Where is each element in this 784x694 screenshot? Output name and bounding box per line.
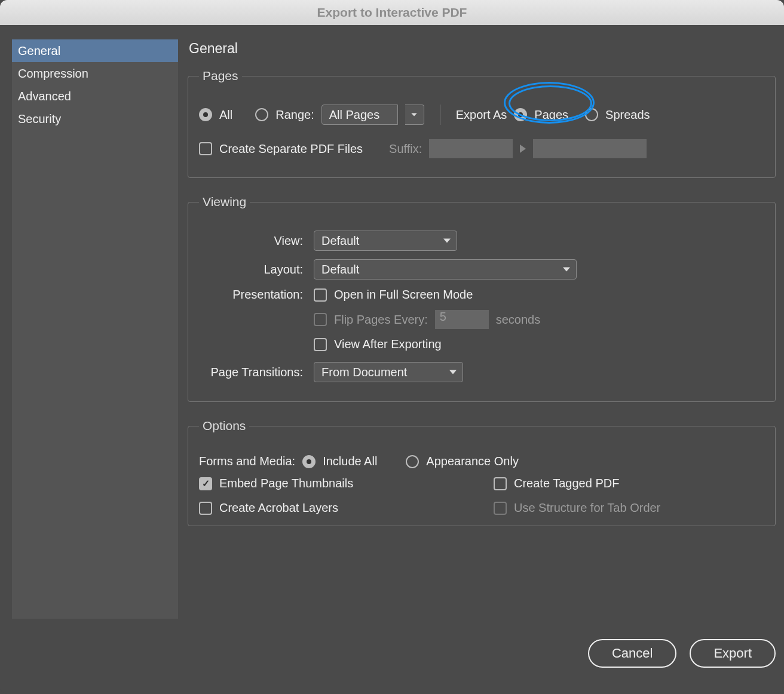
forms-media-label: Forms and Media:: [199, 455, 295, 468]
structure-tab-order-label: Use Structure for Tab Order: [514, 501, 660, 515]
flip-pages-checkbox[interactable]: [314, 313, 327, 326]
presentation-label: Presentation:: [199, 288, 307, 302]
divider: [440, 105, 440, 125]
sidebar-item-general[interactable]: General: [12, 39, 178, 62]
panel-heading: General: [189, 41, 776, 57]
export-button[interactable]: Export: [690, 639, 776, 668]
separate-pdf-checkbox[interactable]: [199, 142, 212, 155]
suffix-preview: [533, 139, 647, 158]
view-value: Default: [321, 234, 359, 248]
appearance-only-label: Appearance Only: [426, 455, 519, 468]
chevron-down-icon: [411, 111, 418, 118]
export-as-spreads-label: Spreads: [605, 108, 650, 122]
sidebar-item-compression[interactable]: Compression: [12, 62, 178, 85]
fullscreen-label: Open in Full Screen Mode: [334, 288, 473, 302]
pages-range-dropdown-button[interactable]: [405, 105, 424, 125]
flip-pages-label: Flip Pages Every:: [334, 313, 428, 327]
pages-range-label: Range:: [275, 108, 314, 122]
options-legend: Options: [199, 419, 249, 433]
suffix-input[interactable]: [429, 139, 513, 158]
embed-thumbnails-checkbox[interactable]: [199, 477, 212, 490]
transitions-select[interactable]: From Document: [314, 362, 463, 382]
dialog-window: Export to Interactive PDF General Compre…: [0, 0, 784, 694]
cancel-button[interactable]: Cancel: [588, 639, 676, 668]
pages-range-radio[interactable]: [255, 108, 268, 121]
pages-all-radio[interactable]: [199, 108, 212, 121]
embed-thumbnails-label: Embed Page Thumbnails: [219, 477, 353, 490]
transitions-value: From Document: [321, 366, 407, 379]
sidebar-item-advanced[interactable]: Advanced: [12, 85, 178, 108]
transitions-label: Page Transitions:: [199, 366, 307, 379]
viewing-group: Viewing View: Default Layout: Default Pr…: [188, 195, 776, 402]
general-panel: General Pages All Range: All Pages Expor…: [188, 39, 776, 619]
pages-legend: Pages: [199, 69, 242, 83]
view-select[interactable]: Default: [314, 231, 457, 251]
view-after-checkbox[interactable]: [314, 338, 327, 351]
flip-pages-unit: seconds: [496, 313, 541, 327]
dialog-title: Export to Interactive PDF: [0, 0, 784, 25]
include-all-label: Include All: [323, 455, 377, 468]
pages-range-select[interactable]: All Pages: [321, 105, 398, 125]
export-as-pages-label: Pages: [534, 108, 568, 122]
options-group: Options Forms and Media: Include All App…: [188, 419, 776, 526]
pages-all-label: All: [219, 108, 232, 122]
pages-group: Pages All Range: All Pages Export As Pag…: [188, 69, 776, 178]
export-as-pages-radio[interactable]: [514, 108, 527, 121]
suffix-label: Suffix:: [389, 142, 422, 156]
separate-pdf-label: Create Separate PDF Files: [219, 142, 363, 156]
tagged-pdf-label: Create Tagged PDF: [514, 477, 619, 490]
export-as-label: Export As: [456, 108, 507, 122]
flip-pages-seconds-input[interactable]: 5: [435, 310, 489, 329]
appearance-only-radio[interactable]: [406, 455, 419, 468]
view-label: View:: [199, 234, 307, 248]
fullscreen-checkbox[interactable]: [314, 288, 327, 302]
acrobat-layers-label: Create Acrobat Layers: [219, 501, 338, 515]
dialog-buttons: Cancel Export: [588, 639, 776, 668]
layout-value: Default: [321, 263, 359, 277]
view-after-label: View After Exporting: [334, 337, 442, 351]
tagged-pdf-checkbox[interactable]: [494, 477, 507, 490]
pages-range-value: All Pages: [329, 108, 380, 122]
sidebar-item-security[interactable]: Security: [12, 108, 178, 130]
acrobat-layers-checkbox[interactable]: [199, 502, 212, 515]
export-as-spreads-radio[interactable]: [585, 108, 598, 121]
structure-tab-order-checkbox: [494, 502, 507, 515]
sidebar: General Compression Advanced Security: [12, 39, 178, 619]
suffix-flyout-button[interactable]: [520, 145, 526, 153]
viewing-legend: Viewing: [199, 195, 250, 209]
include-all-radio[interactable]: [302, 455, 316, 468]
layout-select[interactable]: Default: [314, 259, 577, 280]
layout-label: Layout:: [199, 263, 307, 277]
